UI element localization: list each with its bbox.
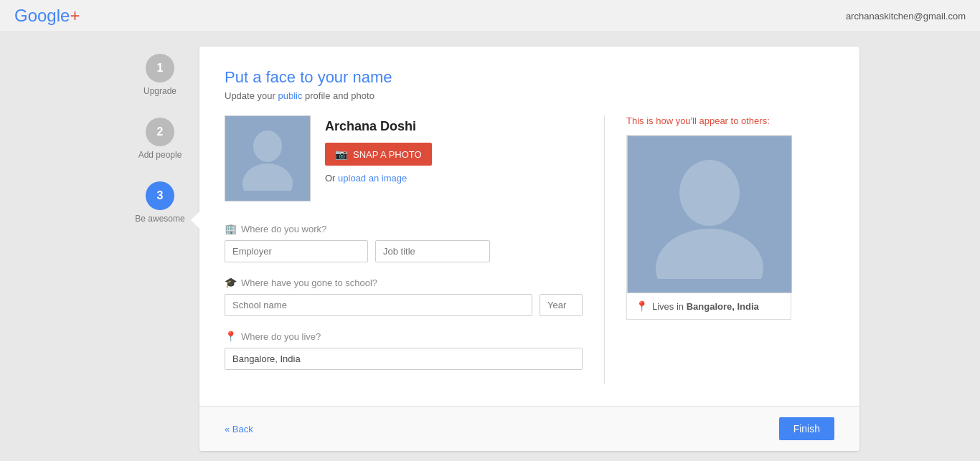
preview-avatar-silhouette <box>652 150 767 279</box>
school-heading: 🎓 Where have you gone to school? <box>225 277 583 288</box>
topbar: Google+ archanaskitchen@gmail.com <box>0 0 980 32</box>
svg-point-1 <box>242 163 293 191</box>
preview-heading: This is how you'll appear to others: <box>626 115 834 126</box>
main-card: Put a face to your name Update your publ… <box>199 47 859 451</box>
svg-point-2 <box>679 160 740 226</box>
preview-card: 📍 Lives in Bangalore, India <box>626 135 791 320</box>
step-3-label: Be awesome <box>135 214 184 224</box>
step-1-label: Upgrade <box>143 86 176 96</box>
graduation-icon: 🎓 <box>225 277 237 288</box>
camera-icon: 📷 <box>335 148 347 160</box>
right-column: This is how you'll appear to others: 📍 <box>626 115 834 384</box>
pin-icon: 📍 <box>225 331 237 342</box>
sidebar: 1 Upgrade 2 Add people 3 Be awesome <box>121 47 199 451</box>
user-name: Archana Doshi <box>325 119 432 134</box>
svg-point-3 <box>656 229 763 279</box>
finish-button[interactable]: Finish <box>779 417 834 440</box>
year-input[interactable] <box>540 294 583 316</box>
card-wrapper: Put a face to your name Update your publ… <box>199 47 859 451</box>
location-form-row <box>225 348 583 370</box>
location-pin-icon: 📍 <box>636 300 648 312</box>
snap-photo-button[interactable]: 📷 SNAP A PHOTO <box>325 143 432 166</box>
school-section: 🎓 Where have you gone to school? <box>225 277 583 316</box>
location-heading: 📍 Where do you live? <box>225 331 583 342</box>
jobtitle-input[interactable] <box>375 240 490 262</box>
profile-photo-area: Archana Doshi 📷 SNAP A PHOTO Or upload a… <box>225 115 583 201</box>
step-2-circle: 2 <box>146 118 174 146</box>
left-column: Archana Doshi 📷 SNAP A PHOTO Or upload a… <box>225 115 605 384</box>
preview-avatar-box <box>627 136 792 293</box>
school-form-row <box>225 294 583 316</box>
upload-link-row: Or upload an image <box>325 173 432 184</box>
avatar-silhouette <box>239 126 296 191</box>
upload-link[interactable]: upload an image <box>338 173 407 184</box>
employer-input[interactable] <box>225 240 368 262</box>
location-section: 📍 Where do you live? <box>225 331 583 370</box>
preview-location: 📍 Lives in Bangalore, India <box>627 293 791 319</box>
main-layout: 1 Upgrade 2 Add people 3 Be awesome Put … <box>0 32 980 461</box>
back-link[interactable]: « Back <box>225 424 253 434</box>
step-2-label: Add people <box>138 150 182 160</box>
card-title: Put a face to your name <box>225 68 834 87</box>
svg-point-0 <box>253 130 282 162</box>
user-email: archanaskitchen@gmail.com <box>846 11 966 22</box>
card-subtitle: Update your public profile and photo <box>225 90 834 101</box>
card-pointer <box>191 212 199 229</box>
step-2: 2 Add people <box>138 118 182 160</box>
avatar-actions: Archana Doshi 📷 SNAP A PHOTO Or upload a… <box>325 115 432 184</box>
school-name-input[interactable] <box>225 294 532 316</box>
logo: Google+ <box>14 6 80 26</box>
location-input[interactable] <box>225 348 583 370</box>
avatar-box <box>225 115 311 201</box>
card-content: Archana Doshi 📷 SNAP A PHOTO Or upload a… <box>225 115 834 384</box>
work-form-row <box>225 240 583 262</box>
bottom-bar: « Back Finish <box>199 406 859 451</box>
step-1-circle: 1 <box>146 54 174 82</box>
preview-location-text: Lives in Bangalore, India <box>652 301 759 312</box>
work-section: 🏢 Where do you work? <box>225 223 583 262</box>
card-inner: Put a face to your name Update your publ… <box>199 47 859 406</box>
step-3: 3 Be awesome <box>135 181 184 224</box>
work-heading: 🏢 Where do you work? <box>225 223 583 234</box>
step-1: 1 Upgrade <box>143 54 176 96</box>
briefcase-icon: 🏢 <box>225 223 237 234</box>
step-3-circle: 3 <box>146 181 174 210</box>
